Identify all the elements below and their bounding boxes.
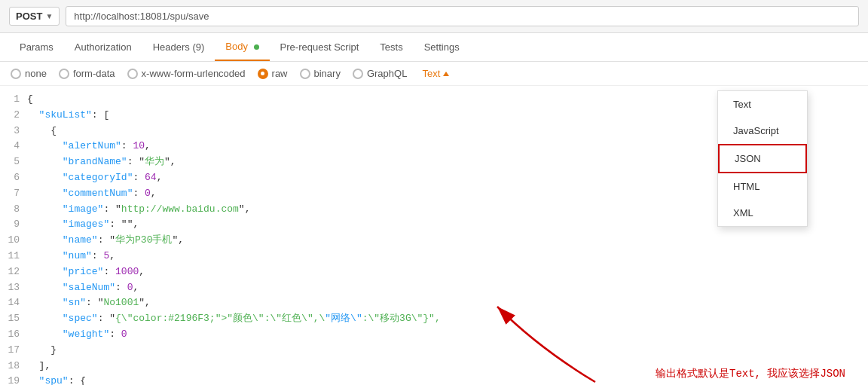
tab-headers[interactable]: Headers (9) xyxy=(142,34,215,60)
annotation-arrow xyxy=(482,299,603,385)
dropdown-xml[interactable]: XML xyxy=(718,200,807,226)
radio-binary-circle xyxy=(300,69,310,79)
tabs-bar: Params Authorization Headers (9) Body Pr… xyxy=(0,33,868,62)
body-dot-indicator xyxy=(254,44,259,50)
format-dropdown-menu: Text JavaScript JSON HTML XML xyxy=(717,90,808,227)
radio-raw-label: raw xyxy=(272,68,288,79)
radio-form-data-circle xyxy=(59,69,69,79)
radio-urlencoded-label: x-www-form-urlencoded xyxy=(142,68,246,79)
tab-pre-request[interactable]: Pre-request Script xyxy=(270,34,370,60)
url-input[interactable] xyxy=(66,6,859,26)
radio-raw-circle xyxy=(258,69,268,79)
text-dropdown-label: Text xyxy=(422,68,440,79)
dropdown-text[interactable]: Text xyxy=(718,91,807,118)
dropdown-json[interactable]: JSON xyxy=(718,144,807,173)
dropdown-javascript[interactable]: JavaScript xyxy=(718,118,807,144)
radio-binary[interactable]: binary xyxy=(300,68,341,79)
radio-form-data-label: form-data xyxy=(73,68,115,79)
tab-settings[interactable]: Settings xyxy=(414,34,470,60)
radio-none-circle xyxy=(11,69,21,79)
radio-binary-label: binary xyxy=(314,68,341,79)
radio-none-label: none xyxy=(25,68,47,79)
method-select[interactable]: POST ▼ xyxy=(9,7,60,26)
radio-form-data[interactable]: form-data xyxy=(59,68,115,79)
url-bar: POST ▼ xyxy=(0,0,868,33)
radio-graphql-circle xyxy=(353,69,363,79)
chevron-down-icon: ▼ xyxy=(45,12,53,20)
radio-urlencoded[interactable]: x-www-form-urlencoded xyxy=(127,68,246,79)
triangle-up-icon xyxy=(443,72,449,76)
annotation-text: 输出格式默认是Text, 我应该选择JSON xyxy=(656,368,845,380)
method-label: POST xyxy=(16,11,42,22)
radio-urlencoded-circle xyxy=(127,69,138,79)
line-numbers: 12345678910111213141516171819 xyxy=(0,92,27,385)
radio-none[interactable]: none xyxy=(11,68,47,79)
radio-raw[interactable]: raw xyxy=(258,68,288,79)
annotation-container: 输出格式默认是Text, 我应该选择JSON xyxy=(656,367,845,380)
tab-tests[interactable]: Tests xyxy=(369,34,413,60)
body-type-row: none form-data x-www-form-urlencoded raw… xyxy=(0,62,868,86)
dropdown-html[interactable]: HTML xyxy=(718,173,807,200)
tab-authorization[interactable]: Authorization xyxy=(64,34,142,60)
radio-graphql[interactable]: GraphQL xyxy=(353,68,407,79)
radio-graphql-label: GraphQL xyxy=(367,68,407,79)
tab-params[interactable]: Params xyxy=(9,34,64,60)
tab-body[interactable]: Body xyxy=(215,33,269,61)
text-dropdown-button[interactable]: Text xyxy=(422,68,449,79)
